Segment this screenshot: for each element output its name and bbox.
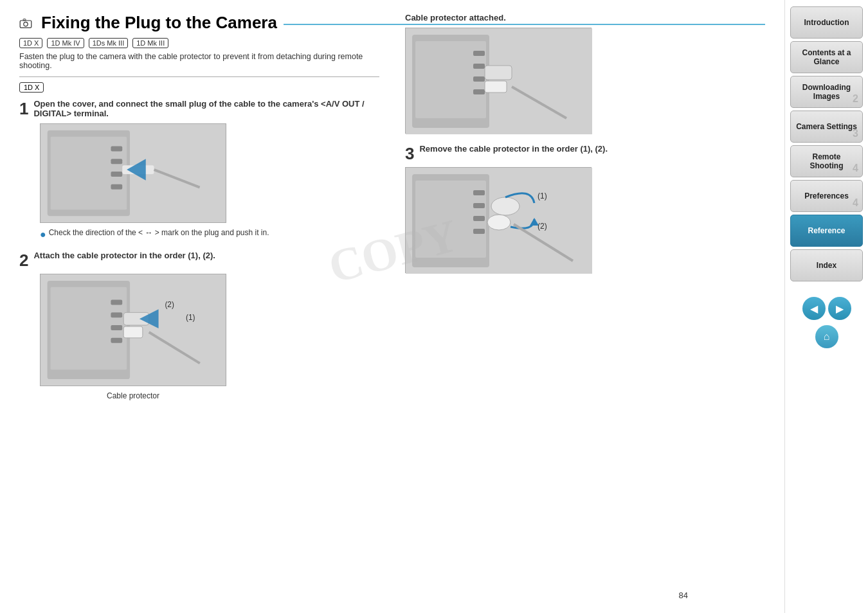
sidebar-item-reference[interactable]: Reference xyxy=(790,215,863,247)
right-section-title: Cable protector attached. xyxy=(405,13,752,22)
step-3-number: 3 xyxy=(405,145,414,162)
badge-1dx: 1D X xyxy=(19,38,42,48)
svg-rect-19 xyxy=(111,338,122,343)
step-1-image xyxy=(40,123,226,223)
camera-icon xyxy=(19,18,32,28)
badge-1dmkiii: 1D Mk III xyxy=(132,38,168,48)
svg-rect-7 xyxy=(111,159,122,164)
step-1-number: 1 xyxy=(19,100,28,117)
nav-arrows: ◀ ▶ ⌂ xyxy=(790,297,863,348)
svg-rect-39 xyxy=(473,190,485,195)
svg-rect-6 xyxy=(111,147,122,152)
svg-text:(1): (1) xyxy=(538,191,547,200)
step-2-caption: Cable protector xyxy=(40,391,226,400)
step-3-title: Remove the cable protector in the order … xyxy=(419,144,608,154)
next-button[interactable]: ▶ xyxy=(828,297,851,320)
subtitle-text: Fasten the plug to the camera with the c… xyxy=(19,52,379,70)
svg-rect-2 xyxy=(23,19,26,20)
sidebar-item-camera-settings[interactable]: Camera Settings 3 xyxy=(790,111,863,143)
svg-rect-31 xyxy=(473,76,485,82)
sidebar-item-introduction[interactable]: Introduction xyxy=(790,6,863,39)
svg-point-43 xyxy=(491,197,520,215)
svg-text:(2): (2) xyxy=(165,301,174,310)
svg-rect-18 xyxy=(111,325,122,330)
sidebar-item-preferences[interactable]: Preferences 4 xyxy=(790,180,863,212)
sidebar-item-remote-shooting[interactable]: Remote Shooting 4 xyxy=(790,145,863,177)
step-2-image: (2) (1) xyxy=(40,274,226,386)
svg-rect-32 xyxy=(473,89,485,94)
sidebar: Introduction Contents at a Glance Downlo… xyxy=(784,0,868,613)
page-number: 84 xyxy=(679,591,688,600)
step-1-title: Open the cover, and connect the small pl… xyxy=(33,99,364,118)
sidebar-item-downloading[interactable]: Downloading Images 2 xyxy=(790,76,863,108)
svg-rect-29 xyxy=(473,51,485,56)
svg-point-44 xyxy=(487,215,511,230)
sidebar-item-contents[interactable]: Contents at a Glance xyxy=(790,41,863,73)
svg-rect-41 xyxy=(473,216,485,221)
svg-rect-21 xyxy=(123,326,143,338)
svg-rect-9 xyxy=(111,184,122,190)
badge-1dsmkiii: 1Ds Mk III xyxy=(89,38,129,48)
svg-text:(2): (2) xyxy=(538,222,547,231)
svg-rect-17 xyxy=(111,313,122,318)
svg-rect-34 xyxy=(485,81,507,93)
step-2-number: 2 xyxy=(19,252,28,269)
svg-rect-33 xyxy=(485,66,512,80)
step-3-block: 3 Remove the cable protector in the orde… xyxy=(405,144,752,273)
svg-rect-0 xyxy=(20,21,32,28)
svg-point-1 xyxy=(24,22,28,26)
step-3-image: (1) (2) xyxy=(405,167,592,273)
sub-badge: 1D X xyxy=(19,82,44,93)
step-2-title: Attach the cable protector in the order … xyxy=(33,251,215,260)
prev-button[interactable]: ◀ xyxy=(802,297,826,320)
svg-text:(1): (1) xyxy=(186,313,195,322)
svg-rect-16 xyxy=(111,300,122,305)
page-title: Fixing the Plug to the Camera xyxy=(41,13,277,33)
svg-rect-40 xyxy=(473,203,485,208)
cable-protector-attached-image xyxy=(405,28,592,134)
svg-rect-30 xyxy=(473,64,485,69)
svg-rect-8 xyxy=(111,172,122,177)
sidebar-item-index[interactable]: Index xyxy=(790,249,863,281)
step-1-note: ● Check the direction of the < ↔ > mark … xyxy=(40,228,374,240)
home-button[interactable]: ⌂ xyxy=(815,325,838,348)
right-column: Cable protector attached. 3 Remove the c… xyxy=(405,13,752,283)
svg-rect-42 xyxy=(473,229,485,234)
badge-1dmkiv: 1D Mk IV xyxy=(47,38,84,48)
